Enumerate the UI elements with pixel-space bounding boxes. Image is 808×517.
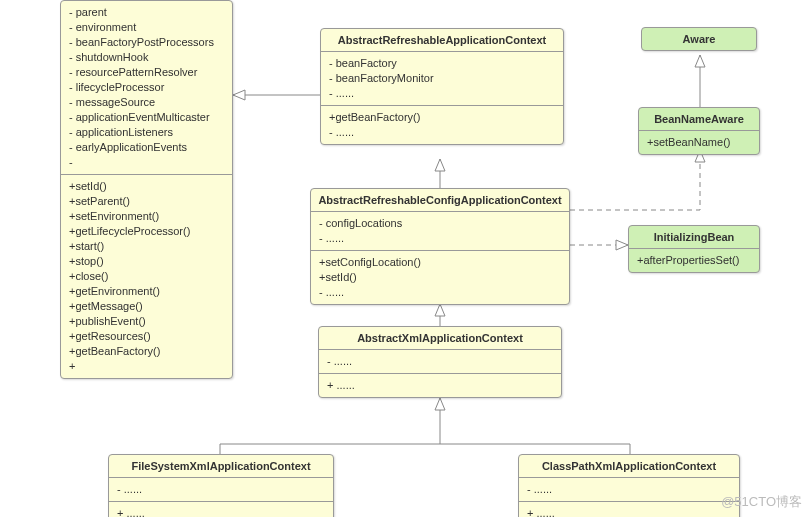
- member-row: - configLocations: [319, 216, 561, 231]
- attrs: - parent- environment- beanFactoryPostPr…: [61, 1, 232, 175]
- member-row: +setConfigLocation(): [319, 255, 561, 270]
- interface-bean-name-aware: BeanNameAware +setBeanName(): [638, 107, 760, 155]
- member-row: +getResources(): [69, 329, 224, 344]
- methods: +afterPropertiesSet(): [637, 253, 751, 268]
- watermark: @51CTO博客: [721, 493, 802, 511]
- class-classpath-xml: ClassPathXmlApplicationContext - ...... …: [518, 454, 740, 517]
- member-row: - applicationEventMulticaster: [69, 110, 224, 125]
- member-row: +setId(): [69, 179, 224, 194]
- interface-aware: Aware: [641, 27, 757, 51]
- member-row: - environment: [69, 20, 224, 35]
- member-row: - ......: [319, 285, 561, 300]
- class-title: AbstractXmlApplicationContext: [319, 327, 561, 350]
- class-abstract-refreshable: AbstractRefreshableApplicationContext - …: [320, 28, 564, 145]
- member-row: +close(): [69, 269, 224, 284]
- class-title: AbstractRefreshableConfigApplicationCont…: [311, 189, 569, 212]
- class-title: FileSystemXmlApplicationContext: [109, 455, 333, 478]
- attrs: - ......: [327, 354, 553, 369]
- class-title: InitializingBean: [629, 226, 759, 249]
- member-row: +getLifecycleProcessor(): [69, 224, 224, 239]
- member-row: - resourcePatternResolver: [69, 65, 224, 80]
- member-row: - lifecycleProcessor: [69, 80, 224, 95]
- member-row: - earlyApplicationEvents: [69, 140, 224, 155]
- class-title: AbstractRefreshableApplicationContext: [321, 29, 563, 52]
- member-row: +getEnvironment(): [69, 284, 224, 299]
- member-row: +setId(): [319, 270, 561, 285]
- methods: +setBeanName(): [647, 135, 751, 150]
- member-row: - beanFactoryPostProcessors: [69, 35, 224, 50]
- methods: +getBeanFactory()- ......: [321, 106, 563, 144]
- attrs: - beanFactory- beanFactoryMonitor- .....…: [321, 52, 563, 106]
- member-row: - parent: [69, 5, 224, 20]
- attrs: - ......: [117, 482, 325, 497]
- member-row: - shutdownHook: [69, 50, 224, 65]
- class-abstract-refreshable-config: AbstractRefreshableConfigApplicationCont…: [310, 188, 570, 305]
- attrs: - configLocations- ......: [311, 212, 569, 251]
- attrs: - ......: [527, 482, 731, 497]
- member-row: - beanFactory: [329, 56, 555, 71]
- class-abstract-application-context: - parent- environment- beanFactoryPostPr…: [60, 0, 233, 379]
- class-title: BeanNameAware: [639, 108, 759, 131]
- interface-initializing-bean: InitializingBean +afterPropertiesSet(): [628, 225, 760, 273]
- class-title: ClassPathXmlApplicationContext: [519, 455, 739, 478]
- methods: +setConfigLocation()+setId()- ......: [311, 251, 569, 304]
- member-row: +start(): [69, 239, 224, 254]
- methods: + ......: [327, 378, 553, 393]
- class-title: Aware: [642, 28, 756, 50]
- methods: + ......: [117, 506, 325, 517]
- member-row: +setEnvironment(): [69, 209, 224, 224]
- methods: + ......: [527, 506, 731, 517]
- member-row: +getBeanFactory(): [329, 110, 555, 125]
- member-row: - ......: [319, 231, 561, 246]
- member-row: - ......: [329, 86, 555, 101]
- methods: +setId()+setParent()+setEnvironment()+ge…: [61, 175, 232, 378]
- member-row: +: [69, 359, 224, 374]
- member-row: +publishEvent(): [69, 314, 224, 329]
- member-row: -: [69, 155, 224, 170]
- member-row: - messageSource: [69, 95, 224, 110]
- member-row: +setParent(): [69, 194, 224, 209]
- member-row: +stop(): [69, 254, 224, 269]
- class-abstract-xml: AbstractXmlApplicationContext - ...... +…: [318, 326, 562, 398]
- member-row: - ......: [329, 125, 555, 140]
- member-row: - beanFactoryMonitor: [329, 71, 555, 86]
- member-row: +getMessage(): [69, 299, 224, 314]
- class-filesystem-xml: FileSystemXmlApplicationContext - ......…: [108, 454, 334, 517]
- member-row: - applicationListeners: [69, 125, 224, 140]
- uml-diagram: - parent- environment- beanFactoryPostPr…: [0, 0, 808, 517]
- member-row: +getBeanFactory(): [69, 344, 224, 359]
